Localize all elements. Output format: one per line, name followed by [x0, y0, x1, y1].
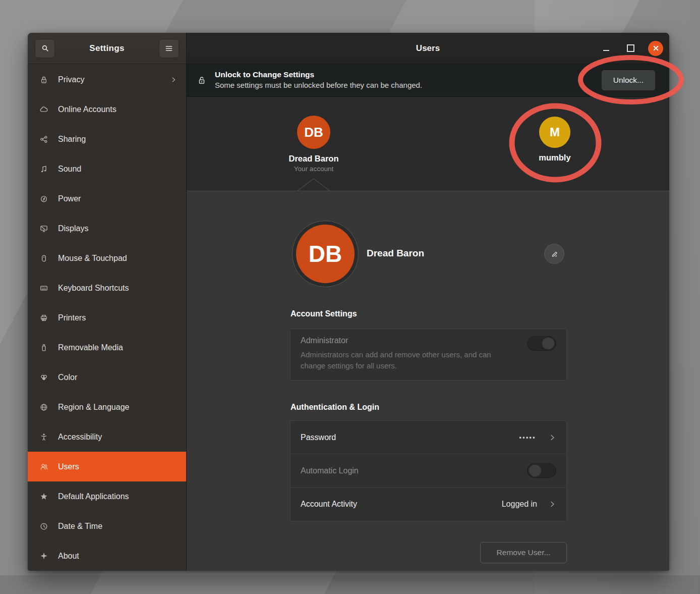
music-note-icon: [39, 165, 48, 174]
sidebar-item-label: Displays: [58, 224, 177, 233]
close-icon: [653, 45, 659, 51]
sidebar-item-label: Removable Media: [58, 343, 177, 352]
close-button[interactable]: [648, 41, 663, 56]
sidebar-item-mouse-touchpad[interactable]: Mouse & Touchpad: [28, 243, 186, 273]
cloud-icon: [39, 105, 48, 114]
sidebar-item-color[interactable]: Color: [28, 362, 186, 392]
selected-user-pointer: [296, 177, 332, 191]
sidebar: Settings Privacy Online Accounts Sharing: [28, 33, 187, 571]
auth-login-card: Password ••••• Automatic Login Account A…: [290, 420, 567, 521]
unlock-banner-subtitle: Some settings must be unlocked before th…: [215, 80, 594, 90]
sidebar-header: Settings: [28, 33, 186, 64]
star-icon: [39, 492, 48, 501]
account-settings-heading: Account Settings: [290, 309, 357, 318]
sidebar-item-displays[interactable]: Displays: [28, 213, 186, 243]
chevron-right-icon: [170, 76, 177, 83]
sidebar-item-label: Keyboard Shortcuts: [58, 284, 177, 293]
administrator-card: Administrator Administrators can add and…: [290, 329, 567, 381]
avatar: M: [539, 117, 570, 148]
sidebar-item-label: Online Accounts: [58, 105, 177, 114]
sidebar-item-printers[interactable]: Printers: [28, 303, 186, 333]
administrator-toggle[interactable]: [527, 336, 556, 351]
administrator-label: Administrator: [301, 336, 527, 345]
unlock-banner-title: Unlock to Change Settings: [215, 70, 594, 80]
search-icon: [41, 44, 49, 52]
hamburger-icon: [165, 45, 173, 52]
sidebar-item-accessibility[interactable]: Accessibility: [28, 422, 186, 452]
sidebar-item-sound[interactable]: Sound: [28, 154, 186, 184]
sparkle-icon: [39, 552, 48, 561]
sidebar-item-label: Power: [58, 194, 177, 203]
sidebar-item-users[interactable]: Users: [28, 452, 186, 481]
sidebar-item-removable-media[interactable]: Removable Media: [28, 333, 186, 362]
password-row[interactable]: Password •••••: [290, 421, 566, 454]
automatic-login-row: Automatic Login: [290, 454, 566, 487]
sidebar-item-label: Date & Time: [58, 522, 177, 531]
mouse-icon: [39, 254, 48, 263]
sidebar-item-label: Region & Language: [58, 403, 177, 412]
avatar: DB: [297, 116, 330, 149]
sidebar-item-region-language[interactable]: Region & Language: [28, 392, 186, 422]
lock-icon: [197, 75, 207, 85]
sidebar-item-about[interactable]: About: [28, 541, 186, 571]
sidebar-item-label: Printers: [58, 313, 177, 322]
sidebar-title: Settings: [89, 43, 124, 53]
flash-drive-icon: [39, 343, 48, 352]
profile-name: Dread Baron: [367, 248, 424, 259]
user-name: mumbly: [514, 153, 595, 163]
auth-login-heading: Authentication & Login: [290, 403, 379, 412]
sidebar-item-keyboard-shortcuts[interactable]: Keyboard Shortcuts: [28, 273, 186, 303]
user-carousel: DB Dread Baron Your account M mumbly: [187, 97, 669, 191]
user-subtitle: Your account: [273, 165, 354, 173]
automatic-login-toggle[interactable]: [527, 463, 556, 478]
rename-user-button[interactable]: [544, 244, 564, 264]
settings-window: Settings Privacy Online Accounts Sharing: [28, 33, 669, 571]
display-icon: [39, 224, 48, 233]
sidebar-item-online-accounts[interactable]: Online Accounts: [28, 94, 186, 124]
sidebar-item-power[interactable]: Power: [28, 184, 186, 213]
clock-icon: [39, 522, 48, 531]
unlock-banner: Unlock to Change Settings Some settings …: [187, 64, 669, 97]
sidebar-item-label: Sound: [58, 165, 177, 174]
sidebar-item-label: Mouse & Touchpad: [58, 254, 177, 263]
unlock-banner-text: Unlock to Change Settings Some settings …: [215, 70, 594, 90]
titlebar: Users: [187, 33, 669, 64]
power-icon: [39, 194, 48, 203]
automatic-login-label: Automatic Login: [301, 466, 521, 475]
account-activity-label: Account Activity: [301, 500, 496, 509]
sidebar-item-label: Default Applications: [58, 492, 177, 501]
maximize-button[interactable]: [624, 42, 637, 55]
sidebar-item-date-time[interactable]: Date & Time: [28, 511, 186, 541]
lock-icon: [39, 75, 48, 84]
window-controls: [600, 41, 663, 56]
toggle-knob: [529, 464, 542, 477]
sidebar-item-privacy[interactable]: Privacy: [28, 65, 186, 94]
user-detail-panel: DB Dread Baron Account Settings Administ…: [187, 191, 669, 571]
account-activity-row[interactable]: Account Activity Logged in: [290, 488, 566, 521]
users-icon: [39, 462, 48, 471]
page-title: Users: [187, 43, 669, 53]
minimize-button[interactable]: [600, 42, 613, 55]
sidebar-item-default-applications[interactable]: Default Applications: [28, 481, 186, 511]
pencil-icon: [550, 250, 559, 258]
sidebar-item-label: Sharing: [58, 135, 177, 144]
password-label: Password: [301, 433, 513, 442]
profile-avatar[interactable]: DB: [296, 225, 355, 283]
search-button[interactable]: [35, 39, 55, 58]
user-name: Dread Baron: [273, 154, 354, 164]
sidebar-list: Privacy Online Accounts Sharing Sound Po…: [28, 64, 186, 571]
carousel-user-mumbly[interactable]: M mumbly: [514, 117, 595, 163]
menu-button[interactable]: [159, 39, 179, 58]
carousel-user-dread-baron[interactable]: DB Dread Baron Your account: [273, 116, 354, 173]
share-icon: [39, 135, 48, 144]
main-panel: Users Unlock to Change Settings Some set…: [187, 33, 669, 571]
administrator-description: Administrators can add and remove other …: [301, 349, 517, 371]
sidebar-item-label: Accessibility: [58, 433, 177, 442]
sidebar-item-label: Users: [58, 462, 177, 471]
password-value: •••••: [519, 434, 536, 441]
remove-user-button[interactable]: Remove User...: [480, 542, 567, 563]
sidebar-item-sharing[interactable]: Sharing: [28, 124, 186, 154]
profile-avatar-ring: DB: [292, 221, 359, 287]
unlock-button[interactable]: Unlock...: [602, 70, 655, 90]
accessibility-person-icon: [39, 433, 48, 442]
